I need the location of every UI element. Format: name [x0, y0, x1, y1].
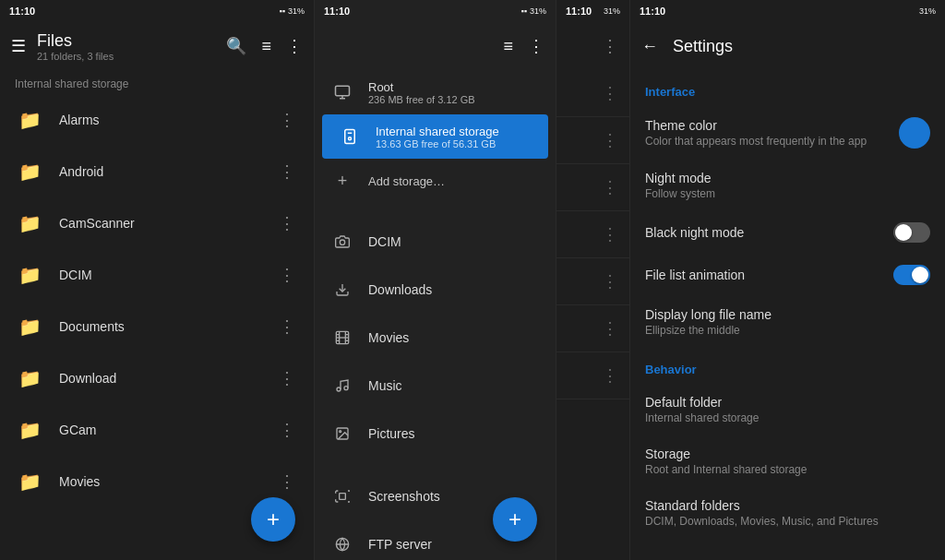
p3-row: ⋮ [556, 211, 629, 258]
root-icon [329, 79, 355, 105]
settings-item-standard-folders[interactable]: Standard folders DCIM, Downloads, Movies… [630, 487, 945, 539]
night-mode-title: Night mode [645, 171, 930, 185]
status-icons-1: ▪▪ 31% [280, 6, 305, 16]
file-name: Android [59, 164, 275, 179]
list-item[interactable]: 📁 Alarms ⋮ [0, 94, 314, 146]
black-night-toggle[interactable] [893, 222, 930, 243]
app-subtitle: 21 folders, 3 files [37, 51, 226, 62]
list-item[interactable]: 📁 Documents ⋮ [0, 301, 314, 352]
settings-title: Settings [673, 37, 733, 56]
movies-label: Movies [368, 330, 409, 345]
dots-icon[interactable]: ⋮ [602, 318, 618, 339]
file-name: Movies [59, 474, 275, 489]
more-icon[interactable]: ⋮ [286, 36, 303, 56]
search-icon[interactable]: 🔍 [226, 36, 246, 56]
settings-item-night-mode[interactable]: Night mode Follow system [630, 160, 945, 211]
toolbar-icons: 🔍 ≡ ⋮ [226, 36, 303, 56]
more-icon-2[interactable]: ⋮ [528, 36, 544, 56]
settings-panel: 11:10 31% ← Settings Interface Theme col… [630, 0, 945, 560]
more-icon-3[interactable]: ⋮ [602, 36, 618, 56]
settings-item-black-night[interactable]: Black night mode [630, 211, 945, 254]
theme-color-circle[interactable] [899, 117, 930, 149]
long-name-text: Display long file name Ellipsize the mid… [645, 307, 930, 337]
file-name: Documents [59, 319, 275, 334]
more-icon[interactable]: ⋮ [275, 106, 299, 134]
dcim-label: DCIM [368, 234, 401, 249]
downloads-label: Downloads [368, 282, 432, 297]
add-icon: + [329, 168, 355, 194]
section-label: Internal shared storage [0, 70, 314, 94]
folder-icon: 📁 [15, 363, 44, 393]
file-list: 📁 Alarms ⋮ 📁 Android ⋮ 📁 CamScanner ⋮ 📁 … [0, 94, 314, 560]
svg-point-14 [337, 387, 341, 391]
settings-item-theme-color[interactable]: Theme color Color that appears most freq… [630, 106, 945, 160]
settings-item-long-name[interactable]: Display long file name Ellipsize the mid… [630, 296, 945, 348]
drawer-item-music[interactable]: Music [315, 362, 556, 410]
time-1: 11:10 [9, 6, 35, 17]
drawer-item-dcim[interactable]: DCIM [315, 218, 556, 266]
more-icon[interactable]: ⋮ [275, 158, 299, 185]
music-icon [329, 373, 355, 399]
default-folder-text: Default folder Internal shared storage [645, 395, 930, 424]
network-icon-2: ▪▪ [521, 6, 527, 16]
status-bar-1: 11:10 ▪▪ 31% [0, 0, 314, 22]
standard-folders-subtitle: DCIM, Downloads, Movies, Music, and Pict… [645, 515, 930, 528]
more-icon[interactable]: ⋮ [275, 468, 299, 495]
p3-row: ⋮ [556, 305, 629, 352]
more-icon[interactable]: ⋮ [275, 209, 299, 237]
night-mode-subtitle: Follow system [645, 187, 930, 200]
drawer-toolbar-icons: ≡ ⋮ [503, 36, 544, 56]
more-icon[interactable]: ⋮ [275, 364, 299, 392]
file-name: GCam [59, 423, 275, 437]
theme-color-title: Theme color [645, 118, 899, 133]
dots-icon[interactable]: ⋮ [602, 271, 618, 292]
p3-row: ⋮ [556, 70, 629, 117]
storage-text: Storage Root and Internal shared storage [645, 447, 930, 476]
drawer-item-pictures[interactable]: Pictures [315, 410, 556, 458]
animation-toggle[interactable] [893, 265, 930, 285]
storage-subtitle: Root and Internal shared storage [645, 463, 930, 476]
settings-item-storage[interactable]: Storage Root and Internal shared storage [630, 435, 945, 487]
drawer-item-downloads[interactable]: Downloads [315, 266, 556, 314]
dots-icon[interactable]: ⋮ [602, 177, 618, 197]
p3-row: ⋮ [556, 117, 629, 164]
title-area: Files 21 folders, 3 files [37, 31, 226, 62]
drawer-item-movies[interactable]: Movies [315, 314, 556, 362]
storage-item-internal[interactable]: Internal shared storage 13.63 GB free of… [322, 114, 548, 159]
p3-items: ⋮ ⋮ ⋮ ⋮ ⋮ ⋮ ⋮ [556, 70, 629, 560]
status-icons-3: 31% [604, 6, 620, 16]
menu-icon[interactable]: ☰ [11, 36, 26, 56]
sort-icon-2[interactable]: ≡ [503, 37, 513, 56]
dots-icon[interactable]: ⋮ [602, 365, 618, 386]
behavior-section-label: Behavior [630, 348, 945, 384]
file-name: Download [59, 371, 275, 386]
sort-icon[interactable]: ≡ [261, 37, 271, 56]
back-icon[interactable]: ← [641, 37, 658, 56]
screenshots-label: Screenshots [368, 489, 440, 504]
more-icon[interactable]: ⋮ [275, 416, 299, 444]
dots-icon[interactable]: ⋮ [602, 83, 618, 103]
fab-button-2[interactable]: + [493, 497, 537, 542]
settings-item-default-folder[interactable]: Default folder Internal shared storage [630, 384, 945, 435]
dots-icon[interactable]: ⋮ [602, 224, 618, 244]
time-4: 11:10 [640, 6, 665, 17]
fab-button[interactable]: + [251, 497, 295, 542]
status-bar-2: 11:10 ▪▪ 31% [315, 0, 556, 22]
settings-item-animation[interactable]: File list animation [630, 254, 945, 296]
list-item[interactable]: 📁 CamScanner ⋮ [0, 197, 314, 249]
p3-toolbar: ⋮ [556, 22, 629, 70]
list-item[interactable]: 📁 Download ⋮ [0, 352, 314, 404]
add-storage-button[interactable]: + Add storage… [315, 159, 556, 203]
list-item[interactable]: 📁 DCIM ⋮ [0, 249, 314, 301]
dots-icon[interactable]: ⋮ [602, 130, 618, 150]
drawer-panel: 11:10 ▪▪ 31% ≡ ⋮ Root 236 MB free of 3.1… [315, 0, 556, 560]
add-storage-label: Add storage… [368, 174, 445, 188]
list-item[interactable]: 📁 Android ⋮ [0, 146, 314, 197]
more-icon[interactable]: ⋮ [275, 261, 299, 289]
more-icon[interactable]: ⋮ [275, 313, 299, 340]
file-name: CamScanner [59, 216, 275, 231]
list-item[interactable]: 📁 GCam ⋮ [0, 404, 314, 456]
storage-item-root[interactable]: Root 236 MB free of 3.12 GB [315, 70, 556, 114]
internal-name: Internal shared storage [376, 125, 499, 138]
root-name: Root [368, 80, 475, 94]
